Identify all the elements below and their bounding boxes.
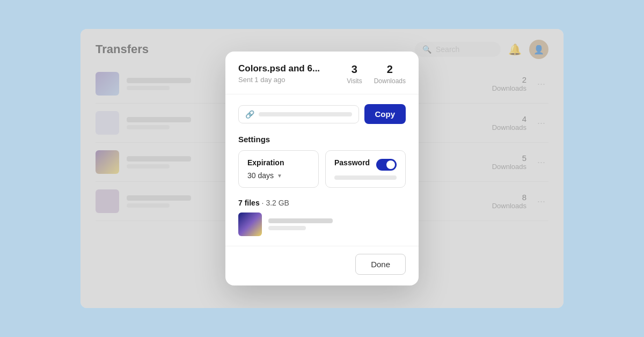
password-header: Password xyxy=(334,158,397,171)
expiration-value: 30 days xyxy=(247,171,274,180)
file-item xyxy=(238,213,406,236)
password-toggle[interactable] xyxy=(376,159,397,171)
password-bar xyxy=(334,175,397,180)
settings-row: Expiration 30 days ▼ Password xyxy=(238,150,406,188)
file-thumbnail xyxy=(238,213,262,236)
expiration-title: Expiration xyxy=(247,158,310,167)
visits-label: Visits xyxy=(347,77,362,85)
files-section: 7 files · 3.2 GB xyxy=(238,199,406,236)
file-info xyxy=(268,218,333,230)
modal-dialog: Colors.psd and 6... Sent 1 day ago 3 Vis… xyxy=(225,52,419,285)
password-title: Password xyxy=(334,158,370,167)
visits-count: 3 xyxy=(347,63,362,76)
visits-stat: 3 Visits xyxy=(347,63,362,85)
modal-header: Colors.psd and 6... Sent 1 day ago 3 Vis… xyxy=(225,52,419,94)
link-input-wrapper[interactable]: 🔗 xyxy=(238,105,359,123)
modal-downloads-count: 2 xyxy=(374,63,406,76)
expiration-select[interactable]: 30 days ▼ xyxy=(247,171,310,180)
downloads-stat: 2 Downloads xyxy=(374,63,406,85)
modal-title-group: Colors.psd and 6... Sent 1 day ago xyxy=(238,63,336,84)
link-input-bar xyxy=(259,112,352,116)
toggle-knob xyxy=(386,160,395,169)
link-icon: 🔗 xyxy=(245,110,254,119)
expiration-card: Expiration 30 days ▼ xyxy=(238,150,319,188)
files-size-value: 3.2 GB xyxy=(266,199,289,207)
modal-footer: Done xyxy=(225,246,419,285)
file-name-bar xyxy=(268,218,333,223)
settings-label: Settings xyxy=(238,135,406,144)
modal-subtitle: Sent 1 day ago xyxy=(238,76,336,84)
done-button[interactable]: Done xyxy=(355,254,406,275)
modal-stats: 3 Visits 2 Downloads xyxy=(347,63,406,85)
file-size-bar xyxy=(268,226,306,230)
password-card: Password xyxy=(325,150,406,188)
link-row: 🔗 Copy xyxy=(238,104,406,124)
modal-downloads-label: Downloads xyxy=(374,77,406,85)
files-header: 7 files · 3.2 GB xyxy=(238,199,406,207)
modal-title: Colors.psd and 6... xyxy=(238,63,336,74)
modal-overlay: Colors.psd and 6... Sent 1 day ago 3 Vis… xyxy=(80,29,564,308)
chevron-down-icon: ▼ xyxy=(277,173,282,179)
app-window: Transfers 🔍 Search 🔔 👤 2 Downloads ··· xyxy=(80,29,564,308)
files-count: 7 files xyxy=(238,199,260,207)
modal-body: 🔗 Copy Settings Expiration 30 days ▼ xyxy=(225,94,419,246)
copy-button[interactable]: Copy xyxy=(364,104,406,124)
